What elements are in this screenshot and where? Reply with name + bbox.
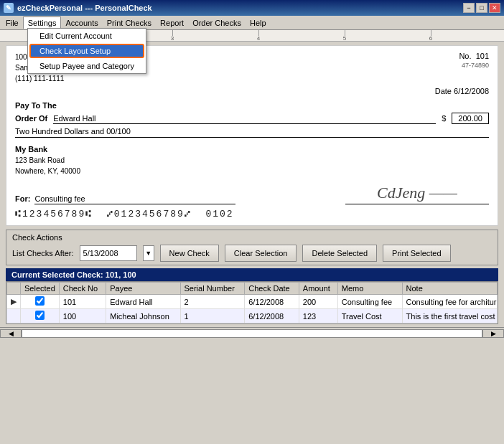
row-check-no: 100 <box>59 309 106 323</box>
row-amount: 123 <box>299 309 337 323</box>
address-line3: (111) 111-1111 <box>15 73 80 84</box>
amount-words: Two Hundred Dollars and 00/100 <box>15 127 489 138</box>
check-actions-title: Check Actions <box>12 233 492 242</box>
menu-order-checks[interactable]: Order Checks <box>188 17 246 29</box>
selected-check-label: Current Selected Check: 101, 100 <box>11 270 136 279</box>
check-number: No. 101 <box>459 52 489 60</box>
row-arrow: ▶ <box>7 295 21 309</box>
row-serial: 1 <box>180 309 245 323</box>
row-note: This is the first travel cost p <box>402 309 497 323</box>
col-memo: Memo <box>337 283 402 295</box>
app-icon: ✎ <box>4 3 14 13</box>
row-arrow <box>7 309 21 323</box>
menu-accounts[interactable]: Accounts <box>61 17 102 29</box>
horizontal-scrollbar[interactable]: ◀ ▶ <box>0 327 504 339</box>
scroll-left[interactable]: ◀ <box>0 329 22 338</box>
col-amount: Amount <box>299 283 337 295</box>
signature: CdJeng —— <box>345 184 489 204</box>
pay-to-label: Pay To The <box>15 101 57 110</box>
date-dropdown-arrow[interactable]: ▼ <box>143 245 154 261</box>
amount-symbol: $ <box>442 114 446 123</box>
for-line: For: Consulting fee <box>15 194 235 204</box>
check-amount: 200.00 <box>452 113 489 124</box>
row-selected[interactable] <box>21 295 60 309</box>
maximize-button[interactable]: □ <box>476 3 487 13</box>
delete-selected-button[interactable]: Delete Selected <box>302 245 377 262</box>
row-date: 6/12/2008 <box>245 295 299 309</box>
col-note: Note <box>402 283 497 295</box>
bank-address-line2: Nowhere, KY, 40000 <box>15 166 489 176</box>
col-arrow <box>7 283 21 295</box>
settings-dropdown-menu: Edit Current Account Check Layout Setup … <box>27 28 146 74</box>
row-date: 6/12/2008 <box>245 309 299 323</box>
minimize-button[interactable]: − <box>463 3 475 13</box>
col-check-no: Check No <box>59 283 106 295</box>
scroll-track[interactable] <box>22 329 482 338</box>
col-payee: Payee <box>106 283 180 295</box>
row-payee: Edward Hall <box>106 295 180 309</box>
list-after-input[interactable] <box>80 245 137 261</box>
window-controls: − □ ✕ <box>463 3 500 13</box>
clear-selection-button[interactable]: Clear Selection <box>225 245 297 262</box>
row-amount: 200 <box>299 295 337 309</box>
row-serial: 2 <box>180 295 245 309</box>
menu-help[interactable]: Help <box>246 17 271 29</box>
close-button[interactable]: ✕ <box>489 3 500 13</box>
table-row[interactable]: ▶ 101 Edward Hall 2 6/12/2008 200 Consul… <box>7 295 498 309</box>
bank-address: 123 Bank Road Nowhere, KY, 40000 <box>15 155 489 176</box>
check-table: Selected Check No Payee Serial Number Ch… <box>6 281 498 324</box>
row-payee: Micheal Johnson <box>106 309 180 323</box>
menu-edit-account[interactable]: Edit Current Account <box>28 29 146 43</box>
micr-line: ⑆123456789⑆ ⑇0123456789⑇ 0102 <box>15 209 489 219</box>
menu-check-layout[interactable]: Check Layout Setup <box>29 44 144 58</box>
routing-number: 47-74890 <box>459 62 489 69</box>
list-after-label: List Checks After: <box>12 249 74 258</box>
menu-settings[interactable]: Settings <box>23 16 62 29</box>
document-name: PersonalCheck <box>95 4 151 12</box>
menu-file[interactable]: File <box>1 17 23 29</box>
date-label: Date <box>435 87 452 95</box>
app-name: ezCheckPersonal <box>17 4 83 12</box>
col-date: Check Date <box>245 283 299 295</box>
title-separator: --- <box>85 4 93 12</box>
row-check-no: 101 <box>59 295 106 309</box>
table-row[interactable]: 100 Micheal Johnson 1 6/12/2008 123 Trav… <box>7 309 498 323</box>
row-memo: Consulting fee <box>337 295 402 309</box>
order-of-label: Order Of <box>15 114 47 123</box>
row-selected[interactable] <box>21 309 60 323</box>
bank-address-line1: 123 Bank Road <box>15 155 489 166</box>
col-serial: Serial Number <box>180 283 245 295</box>
scroll-right[interactable]: ▶ <box>482 329 504 338</box>
title-bar: ✎ ezCheckPersonal --- PersonalCheck − □ … <box>0 0 504 16</box>
selected-info-bar: Current Selected Check: 101, 100 <box>6 268 498 281</box>
col-selected: Selected <box>21 283 60 295</box>
bank-name: My Bank <box>15 145 489 153</box>
row-memo: Travel Cost <box>337 309 402 323</box>
row-note: Consulting fee for architure <box>402 295 497 309</box>
check-date: 6/12/2008 <box>454 87 489 95</box>
menu-report[interactable]: Report <box>156 17 188 29</box>
menu-print-checks[interactable]: Print Checks <box>103 17 156 29</box>
print-selected-button[interactable]: Print Selected <box>383 245 450 262</box>
title-text: ezCheckPersonal --- PersonalCheck <box>17 4 152 12</box>
new-check-button[interactable]: New Check <box>160 245 219 262</box>
for-label: For: <box>15 194 30 203</box>
check-actions: Check Actions List Checks After: ▼ New C… <box>6 230 498 265</box>
for-value: Consulting fee <box>34 194 235 204</box>
menu-setup-payee[interactable]: Setup Payee and Category <box>28 59 146 73</box>
payee-name: Edward Hall <box>53 114 436 124</box>
